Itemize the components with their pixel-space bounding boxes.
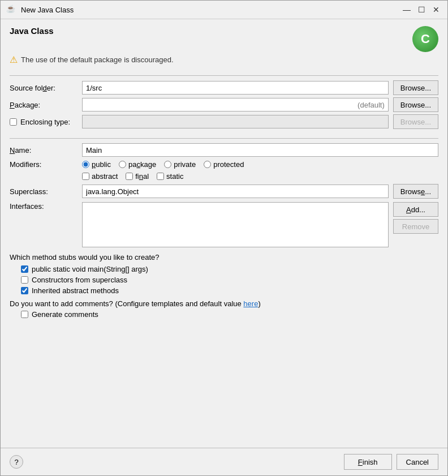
constructors-option: Constructors from superclass <box>21 276 438 284</box>
source-folder-browse-button[interactable]: Browse... <box>393 80 438 95</box>
private-radio[interactable] <box>164 161 171 168</box>
warning-icon: ⚠ <box>10 54 18 65</box>
comments-section: Do you want to add comments? (Configure … <box>10 299 438 321</box>
title-bar-left: ☕ New Java Class <box>6 5 74 15</box>
final-checkbox-item: final <box>126 172 149 181</box>
final-label: final <box>135 172 149 181</box>
interfaces-remove-button[interactable]: Remove <box>393 219 438 234</box>
other-modifiers-row: abstract final static <box>82 172 438 181</box>
modifiers-section: Modifiers: public package private <box>10 160 438 181</box>
package-input[interactable] <box>82 98 389 112</box>
interfaces-textarea[interactable] <box>82 202 389 247</box>
public-radio-item: public <box>82 160 111 169</box>
dialog-header: Java Class C <box>10 26 438 52</box>
maximize-button[interactable]: ☐ <box>416 4 427 15</box>
interfaces-buttons: Add... Remove <box>393 202 438 234</box>
interfaces-add-button[interactable]: Add... <box>393 202 438 217</box>
source-folder-label: Source folder: <box>10 84 77 92</box>
superclass-browse-button[interactable]: Browse... <box>393 184 438 199</box>
title-bar: ☕ New Java Class — ☐ ✕ <box>1 1 447 19</box>
abstract-checkbox[interactable] <box>82 173 89 180</box>
abstract-checkbox-item: abstract <box>82 172 118 181</box>
abstract-label: abstract <box>92 172 118 181</box>
main-method-option: public static void main(String[] args) <box>21 265 438 273</box>
static-checkbox-item: static <box>157 172 183 181</box>
name-input[interactable] <box>82 143 438 157</box>
dialog-content: Java Class C ⚠ The use of the default pa… <box>1 19 447 448</box>
access-modifiers-row: public package private protected <box>82 160 438 169</box>
enclosing-browse-button[interactable]: Browse... <box>393 114 438 129</box>
separator-1 <box>10 75 438 76</box>
title-bar-controls: — ☐ ✕ <box>401 4 442 15</box>
name-row: Name: <box>10 143 438 157</box>
private-radio-label: private <box>174 160 196 169</box>
protected-radio[interactable] <box>204 161 211 168</box>
comments-question: Do you want to add comments? (Configure … <box>10 299 438 308</box>
package-radio-item: package <box>119 160 156 169</box>
interfaces-row: Interfaces: Add... Remove <box>10 202 438 247</box>
window-title: New Java Class <box>21 6 74 14</box>
source-folder-input[interactable] <box>82 81 389 95</box>
intellij-logo: C <box>412 26 438 52</box>
main-method-label: public static void main(String[] args) <box>32 265 148 273</box>
generate-comments-label: Generate comments <box>32 310 98 319</box>
package-row: Package: Browse... <box>10 97 438 112</box>
static-label: static <box>166 172 183 181</box>
source-folder-row: Source folder: Browse... <box>10 80 438 95</box>
name-label: Name: <box>10 146 77 155</box>
dialog-footer: ? Finish Cancel <box>1 448 447 475</box>
main-method-checkbox[interactable] <box>21 265 28 273</box>
new-java-class-dialog: ☕ New Java Class — ☐ ✕ Java Class C ⚠ Th… <box>0 0 448 476</box>
warning-text: The use of the default package is discou… <box>21 55 174 64</box>
superclass-label: Superclass: <box>10 187 77 196</box>
package-browse-button[interactable]: Browse... <box>393 97 438 112</box>
method-stubs-question: Which method stubs would you like to cre… <box>10 253 438 261</box>
enclosing-row: Enclosing type: Browse... <box>10 114 438 129</box>
cancel-button[interactable]: Cancel <box>397 454 438 470</box>
finish-button[interactable]: Finish <box>344 454 392 470</box>
help-button[interactable]: ? <box>10 455 23 469</box>
separator-2 <box>10 138 438 139</box>
package-label: Package: <box>10 101 77 109</box>
final-checkbox[interactable] <box>126 173 133 180</box>
protected-radio-item: protected <box>204 160 244 169</box>
enclosing-type-checkbox[interactable] <box>10 118 17 126</box>
footer-left: ? <box>10 455 23 469</box>
inherited-methods-checkbox[interactable] <box>21 287 28 294</box>
generate-comments-checkbox[interactable] <box>21 311 28 318</box>
package-radio[interactable] <box>119 161 126 168</box>
constructors-checkbox[interactable] <box>21 276 28 284</box>
package-radio-label: package <box>128 160 156 169</box>
footer-right: Finish Cancel <box>344 454 438 470</box>
inherited-methods-label: Inherited abstract methods <box>32 286 119 295</box>
close-button[interactable]: ✕ <box>430 4 442 15</box>
dialog-title: Java Class <box>10 26 54 36</box>
enclosing-type-label: Enclosing type: <box>20 118 70 126</box>
method-stubs-section: Which method stubs would you like to cre… <box>10 253 438 297</box>
public-radio-label: public <box>92 160 111 169</box>
inherited-methods-option: Inherited abstract methods <box>21 286 438 295</box>
protected-radio-label: protected <box>213 160 244 169</box>
private-radio-item: private <box>164 160 196 169</box>
superclass-row: Superclass: Browse... <box>10 184 438 199</box>
generate-comments-option: Generate comments <box>21 310 438 319</box>
public-radio[interactable] <box>82 161 89 168</box>
static-checkbox[interactable] <box>157 173 164 180</box>
superclass-input[interactable] <box>82 185 389 198</box>
constructors-label: Constructors from superclass <box>32 276 127 284</box>
window-icon: ☕ <box>6 5 16 15</box>
interfaces-label: Interfaces: <box>10 202 77 211</box>
modifiers-label: Modifiers: <box>10 160 77 181</box>
warning-row: ⚠ The use of the default package is disc… <box>10 54 438 65</box>
minimize-button[interactable]: — <box>401 4 412 15</box>
configure-link[interactable]: here <box>243 299 258 308</box>
enclosing-type-input[interactable] <box>82 115 389 128</box>
